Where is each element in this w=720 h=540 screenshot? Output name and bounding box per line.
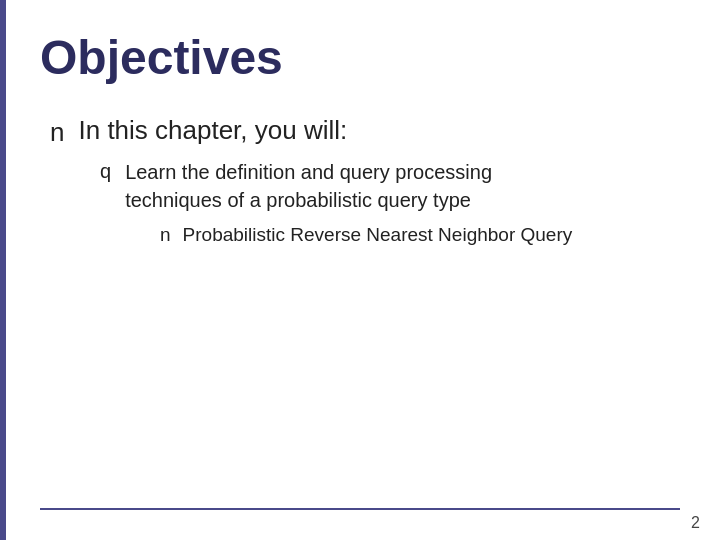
sub-bullet-marker: q [100,160,111,183]
sub-bullet: q Learn the definition and query process… [100,158,680,214]
sub-sub-bullet-text: Probabilistic Reverse Nearest Neighbor Q… [183,222,573,249]
bottom-border-decoration [40,508,680,510]
sub-sub-bullet: n Probabilistic Reverse Nearest Neighbor… [160,222,680,249]
slide-title: Objectives [40,30,680,85]
slide: Objectives n In this chapter, you will: … [0,0,720,540]
main-bullet-text: In this chapter, you will: [78,115,347,146]
sub-bullet-line1: Learn the definition and query processin… [125,161,492,183]
sub-bullet-line2: techniques of a probabilistic query type [125,189,471,211]
main-bullet-marker: n [50,117,64,148]
page-number: 2 [691,514,700,532]
left-border-decoration [0,0,6,540]
sub-bullet-text: Learn the definition and query processin… [125,158,492,214]
main-bullet: n In this chapter, you will: [50,115,680,148]
sub-sub-bullet-marker: n [160,224,171,246]
content-area: n In this chapter, you will: q Learn the… [40,115,680,249]
